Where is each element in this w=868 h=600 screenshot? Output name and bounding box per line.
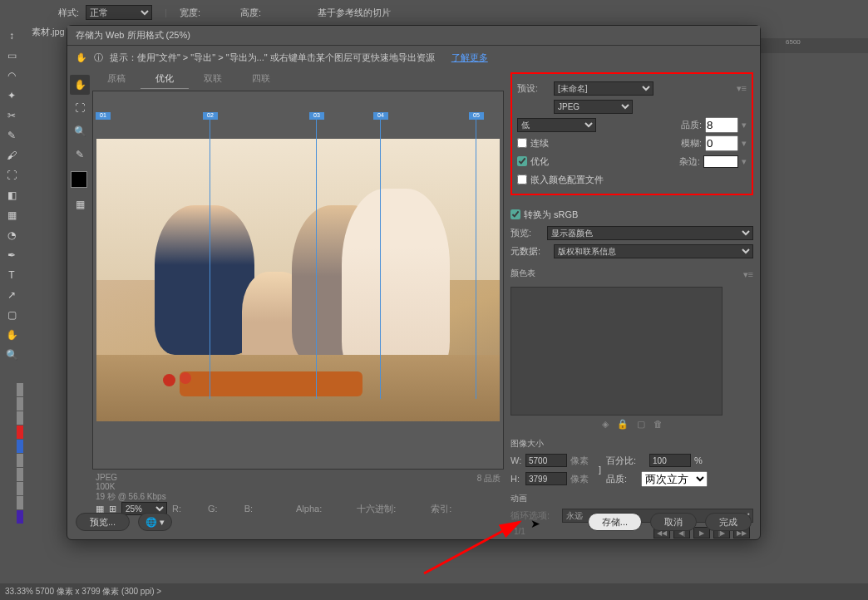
status-bar: 33.33% 5700 像素 x 3799 像素 (300 ppi) >: [0, 583, 868, 600]
crop-tool-icon[interactable]: ✂: [2, 106, 22, 125]
ct-delete-icon[interactable]: 🗑: [653, 419, 663, 430]
srgb-checkbox[interactable]: [510, 209, 520, 219]
lasso-tool-icon[interactable]: ◠: [2, 66, 22, 85]
format-select[interactable]: JPEG: [554, 100, 633, 114]
hand-tool-icon[interactable]: ✋: [2, 326, 22, 344]
hint-text: 提示：使用"文件" > "导出" > "导出为..." 或右键单击某个图层可更快…: [110, 52, 435, 64]
preview-tabs: 原稿 优化 双联 四联: [92, 69, 504, 89]
info-icon: ⓘ: [94, 52, 103, 64]
app-options-bar: 样式: 正常 | 宽度: 高度: 基于参考线的切片: [0, 0, 868, 25]
tools-panel: ↕ ▭ ◠ ✦ ✂ ✎ 🖌 ⛶ ◧ ▦ ◔ ✒ T ↗ ▢ ✋ 🔍: [0, 25, 23, 366]
eraser-tool-icon[interactable]: ◧: [2, 186, 22, 204]
dialog-tools: ✋ ⛶ 🔍 ✎ ▦: [67, 69, 92, 518]
type-tool-icon[interactable]: T: [2, 266, 22, 284]
preview-button[interactable]: 预览...: [76, 513, 130, 531]
tab-optimized[interactable]: 优化: [141, 69, 189, 89]
brush-tool-icon[interactable]: 🖌: [2, 146, 22, 165]
preview-stats: JPEG 100K 19 秒 @ 56.6 Kbps 8 品质: [92, 471, 504, 499]
progressive-checkbox[interactable]: [517, 138, 527, 148]
metadata-label: 元数据:: [510, 245, 550, 258]
quality-input[interactable]: [705, 117, 738, 133]
percent-input[interactable]: [649, 454, 691, 467]
path-tool-icon[interactable]: ↗: [2, 286, 22, 304]
preview-image: [96, 139, 500, 421]
zoom-icon[interactable]: 🔍: [70, 121, 90, 141]
preview-column: 原稿 优化 双联 四联 02 03: [92, 69, 504, 518]
srgb-label: 转换为 sRGB: [524, 209, 578, 221]
hand-icon[interactable]: ✋: [76, 52, 87, 63]
dialog-title: 存储为 Web 所用格式 (25%): [67, 26, 760, 46]
stamp-tool-icon[interactable]: ⛶: [2, 166, 22, 184]
slice-visibility-icon[interactable]: ▦: [70, 194, 90, 214]
preview-label: 预览:: [510, 227, 544, 239]
cancel-button[interactable]: 取消: [650, 513, 697, 531]
zoom-tool-icon[interactable]: 🔍: [2, 346, 22, 364]
resample-select[interactable]: 两次立方: [641, 471, 708, 487]
stat-size: 100K: [96, 482, 166, 491]
matte-label: 杂边:: [663, 155, 700, 168]
settings-panel: 预设: [未命名] ▾≡ JPEG 低 品质: ▾ 连续 模糊:: [504, 69, 760, 518]
preview-canvas[interactable]: 02 03 04 05 01: [92, 91, 504, 470]
color-table[interactable]: [510, 287, 723, 416]
tab-two-up[interactable]: 双联: [189, 69, 237, 89]
color-history: [17, 382, 23, 524]
style-label: 样式:: [58, 7, 79, 19]
learn-more-link[interactable]: 了解更多: [451, 52, 488, 64]
matte-color[interactable]: [703, 155, 738, 168]
height-input[interactable]: [525, 472, 567, 485]
quality-label: 品质:: [664, 119, 702, 131]
preview-select[interactable]: 显示器颜色: [547, 226, 753, 240]
color-table-menu-icon[interactable]: ▾≡: [743, 269, 753, 280]
link-icon[interactable]: ]: [599, 465, 601, 475]
slice-select-icon[interactable]: ⛶: [70, 98, 90, 118]
highlighted-settings: 预设: [未命名] ▾≡ JPEG 低 品质: ▾ 连续 模糊:: [510, 72, 753, 195]
optimized-label: 优化: [530, 155, 549, 168]
browser-preview-button[interactable]: 🌐 ▾: [138, 513, 172, 531]
image-size-title: 图像大小: [510, 438, 753, 450]
hand-tool-icon[interactable]: ✋: [70, 75, 90, 95]
ct-new-icon[interactable]: ▢: [637, 419, 645, 430]
blur-label: 模糊:: [664, 137, 702, 150]
embed-profile-label: 嵌入颜色配置文件: [530, 174, 604, 186]
metadata-select[interactable]: 版权和联系信息: [554, 244, 753, 258]
save-button[interactable]: 存储...: [588, 513, 642, 531]
eyedropper-icon[interactable]: ✎: [70, 145, 90, 165]
gradient-tool-icon[interactable]: ▦: [2, 206, 22, 224]
color-table-title: 颜色表: [510, 268, 535, 279]
quality-preset-select[interactable]: 低: [517, 118, 596, 132]
wand-tool-icon[interactable]: ✦: [2, 86, 22, 105]
stat-quality: 8 品质: [477, 473, 501, 498]
tab-original[interactable]: 原稿: [92, 69, 141, 89]
progressive-label: 连续: [530, 137, 549, 150]
pen-tool-icon[interactable]: ✒: [2, 246, 22, 264]
blur-tool-icon[interactable]: ◔: [2, 226, 22, 244]
preset-select[interactable]: [未命名]: [554, 81, 653, 96]
menu-icon[interactable]: ▾≡: [737, 83, 747, 94]
tab-four-up[interactable]: 四联: [237, 69, 285, 89]
embed-profile-checkbox[interactable]: [517, 175, 527, 184]
height-label: 高度:: [240, 7, 261, 19]
animation-title: 动画: [510, 493, 753, 504]
eyedropper-tool-icon[interactable]: ✎: [2, 126, 22, 145]
hint-bar: ✋ ⓘ 提示：使用"文件" > "导出" > "导出为..." 或右键单击某个图…: [67, 46, 760, 69]
color-swatch[interactable]: [71, 171, 87, 188]
shape-tool-icon[interactable]: ▢: [2, 306, 22, 324]
slice-label: 基于参考线的切片: [318, 7, 391, 19]
move-tool-icon[interactable]: ↕: [2, 27, 22, 45]
ruler-top: 6500: [761, 38, 868, 53]
save-for-web-dialog: 存储为 Web 所用格式 (25%) ✋ ⓘ 提示：使用"文件" > "导出" …: [67, 25, 761, 540]
stat-format: JPEG: [96, 473, 166, 482]
done-button[interactable]: 完成: [705, 513, 752, 531]
width-input[interactable]: [525, 454, 567, 467]
optimized-checkbox[interactable]: [517, 156, 527, 166]
width-label: 宽度:: [180, 7, 200, 19]
marquee-tool-icon[interactable]: ▭: [2, 47, 22, 65]
ct-eyedropper-icon[interactable]: ◈: [602, 419, 609, 430]
preset-label: 预设:: [517, 82, 550, 95]
dialog-buttons: 预览... 🌐 ▾ 存储... 取消 完成: [76, 513, 752, 531]
blur-input[interactable]: [705, 135, 738, 151]
color-table-tools: ◈ 🔒 ▢ 🗑: [510, 416, 753, 433]
style-select[interactable]: 正常: [86, 5, 152, 20]
ct-lock-icon[interactable]: 🔒: [617, 419, 629, 430]
